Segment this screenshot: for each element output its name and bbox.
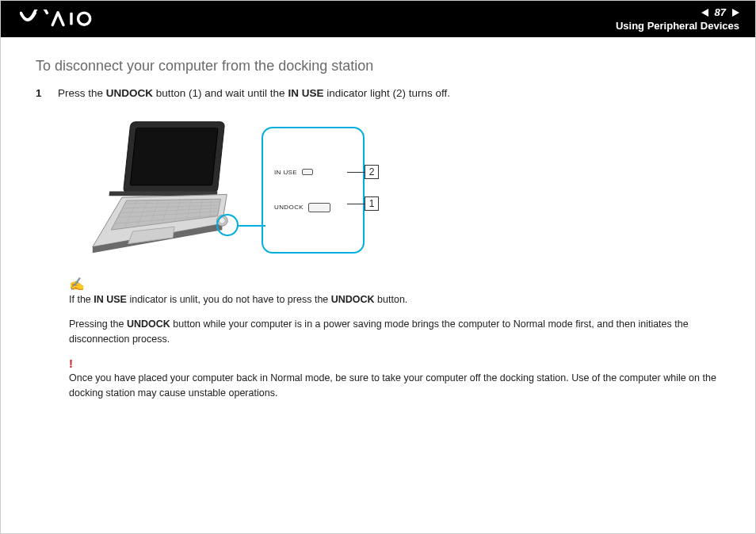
page-number: 87 bbox=[715, 6, 726, 18]
undock-label: UNDOCK bbox=[274, 204, 304, 211]
page-header: 87 Using Peripheral Devices bbox=[1, 1, 755, 37]
notes-block: ✍ If the IN USE indicator is unlit, you … bbox=[69, 278, 720, 402]
text: Pressing the bbox=[69, 318, 127, 330]
text: indicator light (2) turns off. bbox=[323, 87, 450, 99]
bold: IN USE bbox=[94, 294, 127, 305]
text: Press the bbox=[58, 87, 106, 99]
in-use-label: IN USE bbox=[274, 169, 297, 176]
page-nav: 87 bbox=[701, 6, 739, 18]
note-icon: ✍ bbox=[69, 278, 720, 291]
section-title: Using Peripheral Devices bbox=[616, 20, 739, 32]
bold: IN USE bbox=[288, 87, 323, 99]
text: If the bbox=[69, 294, 94, 305]
callout-number-2: 2 bbox=[365, 165, 379, 179]
highlight-circle-icon bbox=[216, 214, 239, 236]
undock-button bbox=[308, 203, 330, 212]
next-page-arrow-icon[interactable] bbox=[732, 9, 739, 17]
note-2: Pressing the UNDOCK button while your co… bbox=[69, 317, 720, 348]
bold: UNDOCK bbox=[106, 87, 153, 99]
step-1: 1 Press the UNDOCK button (1) and wait u… bbox=[36, 86, 720, 101]
text: button. bbox=[375, 294, 408, 305]
page-title: To disconnect your computer from the doc… bbox=[36, 58, 720, 74]
step-number: 1 bbox=[36, 86, 47, 101]
step-text: Press the UNDOCK button (1) and wait unt… bbox=[58, 86, 450, 101]
callout-numbers: 2 1 bbox=[365, 128, 384, 252]
detail-callout: IN USE UNDOCK 2 1 bbox=[262, 127, 365, 254]
svg-rect-3 bbox=[130, 128, 218, 185]
in-use-indicator bbox=[302, 169, 313, 175]
note-1: If the IN USE indicator is unlit, you do… bbox=[69, 292, 720, 307]
bold: UNDOCK bbox=[331, 294, 375, 305]
text: button (1) and wait until the bbox=[153, 87, 288, 99]
vaio-logo bbox=[20, 1, 107, 37]
in-use-indicator-row: IN USE bbox=[274, 169, 355, 176]
illustration: IN USE UNDOCK 2 1 bbox=[83, 117, 720, 264]
warning-icon: ! bbox=[69, 357, 720, 369]
svg-point-1 bbox=[78, 13, 90, 25]
text: indicator is unlit, you do not have to p… bbox=[127, 294, 331, 305]
header-right: 87 Using Peripheral Devices bbox=[616, 6, 739, 32]
manual-page: 87 Using Peripheral Devices To disconnec… bbox=[0, 0, 756, 534]
bold: UNDOCK bbox=[127, 318, 170, 330]
callout-number-1: 1 bbox=[365, 196, 379, 211]
page-content: To disconnect your computer from the doc… bbox=[1, 37, 755, 418]
warning-text: Once you have placed your computer back … bbox=[69, 371, 720, 402]
laptop-drawing bbox=[83, 117, 238, 264]
prev-page-arrow-icon[interactable] bbox=[701, 9, 708, 17]
svg-rect-0 bbox=[70, 13, 72, 25]
undock-button-row: UNDOCK bbox=[274, 203, 355, 212]
